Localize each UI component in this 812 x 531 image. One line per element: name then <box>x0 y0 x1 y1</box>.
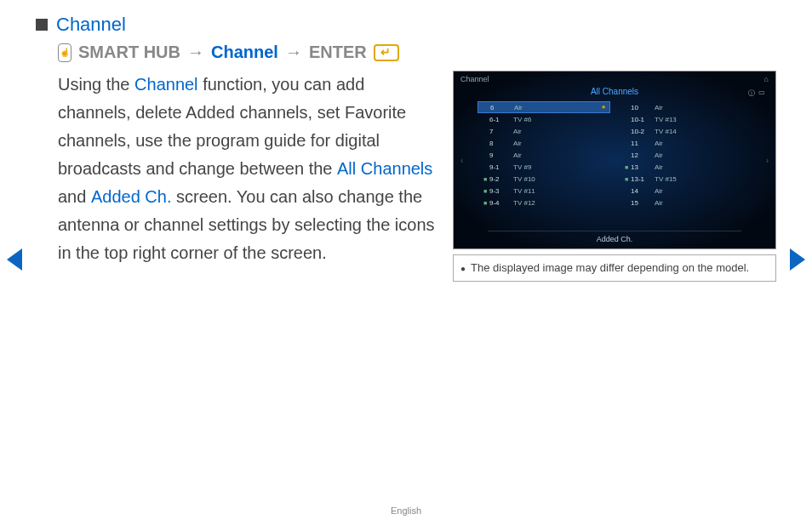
channel-mark-icon: ■ <box>481 188 489 194</box>
channel-number: 10 <box>631 104 655 111</box>
section-bullet-icon <box>36 19 48 31</box>
breadcrumb-channel: Channel <box>211 43 278 62</box>
svg-marker-1 <box>790 248 805 271</box>
section-heading: Channel <box>56 14 126 36</box>
channel-number: 9-4 <box>489 199 513 207</box>
channel-number: 9 <box>489 151 513 159</box>
tv-tab-added-ch: Added Ch. <box>597 235 633 243</box>
channel-name: TV #6 <box>513 116 607 123</box>
channel-number: 6 <box>490 104 514 111</box>
footer-language: English <box>0 505 812 516</box>
link-added-ch: Added Ch. <box>91 187 172 206</box>
channel-row: 11Air <box>619 137 752 149</box>
channel-number: 9-3 <box>489 187 513 195</box>
enter-icon <box>374 44 399 61</box>
link-all-channels: All Channels <box>337 159 432 178</box>
channel-number: 8 <box>489 140 513 147</box>
channel-row: 6Air★ <box>477 101 610 113</box>
channel-name: TV #13 <box>655 116 748 123</box>
channel-row: 9-1TV #9 <box>477 161 610 173</box>
arrow-right-icon: → <box>285 43 302 62</box>
channel-mark-icon: ■ <box>622 164 631 170</box>
channel-mark-icon: ■ <box>481 176 489 182</box>
channel-mark-icon: ■ <box>622 176 631 182</box>
channel-name: Air <box>655 140 748 147</box>
channel-row: 15Air <box>619 197 752 208</box>
channel-row: 8Air <box>477 137 610 149</box>
antenna-icon: ▭ <box>758 88 765 98</box>
channel-mark-icon: ■ <box>481 200 489 206</box>
channel-name: Air <box>513 128 607 135</box>
channel-name: TV #11 <box>513 187 607 195</box>
channel-name: Air <box>514 104 599 111</box>
channel-name: TV #12 <box>513 199 607 207</box>
channel-name: TV #9 <box>513 163 607 171</box>
channel-name: TV #10 <box>513 175 607 183</box>
channel-row: 10-2TV #14 <box>619 125 752 137</box>
channel-number: 6-1 <box>489 116 513 123</box>
tv-window-title: Channel <box>460 75 489 83</box>
channel-number: 10-1 <box>631 116 655 123</box>
channel-number: 14 <box>631 187 655 195</box>
smart-hub-icon <box>58 43 71 62</box>
channel-name: Air <box>655 104 748 111</box>
channel-row: ■9-2TV #10 <box>477 173 610 185</box>
channel-column-a: 6Air★6-1TV #67Air8Air9Air9-1TV #9■9-2TV … <box>477 101 610 208</box>
breadcrumb-smart-hub: SMART HUB <box>78 43 180 62</box>
channel-row: 7Air <box>477 125 610 137</box>
body-text: Using the <box>58 75 134 94</box>
channel-row: 6-1TV #6 <box>477 113 610 125</box>
star-icon: ★ <box>601 104 606 111</box>
channel-number: 13 <box>631 163 655 171</box>
channel-row: 14Air <box>619 185 752 197</box>
channel-name: TV #14 <box>655 128 748 135</box>
tv-tab-all-channels: All Channels <box>454 71 775 96</box>
note-box: ● The displayed image may differ dependi… <box>453 254 776 282</box>
channel-name: Air <box>655 163 748 171</box>
breadcrumb-enter: ENTER <box>309 43 367 62</box>
channel-row: ■13-1TV #15 <box>619 173 752 185</box>
tv-screenshot: Channel ⌂ All Channels ⓘ ▭ ‹ › 6Air★6-1T… <box>453 71 776 249</box>
channel-number: 11 <box>631 140 655 147</box>
channel-row: ■13Air <box>619 161 752 173</box>
link-channel: Channel <box>134 75 198 94</box>
channel-number: 9-1 <box>489 163 513 171</box>
channel-row: 9Air <box>477 149 610 161</box>
channel-number: 7 <box>489 128 513 135</box>
prev-page-button[interactable] <box>5 247 24 272</box>
channel-number: 13-1 <box>631 175 655 183</box>
channel-number: 10-2 <box>631 128 655 135</box>
channel-name: Air <box>655 187 748 195</box>
channel-name: Air <box>513 151 607 159</box>
channel-name: Air <box>655 151 748 159</box>
channel-row: 10Air <box>619 101 752 113</box>
channel-column-b: 10Air10-1TV #1310-2TV #1411Air12Air■13Ai… <box>619 101 752 208</box>
channel-row: 12Air <box>619 149 752 161</box>
svg-marker-0 <box>7 248 22 271</box>
channel-name: Air <box>655 199 748 207</box>
tv-top-right-icons: ⓘ ▭ <box>748 88 765 98</box>
channel-row: ■9-3TV #11 <box>477 185 610 197</box>
channel-row: ■9-4TV #12 <box>477 197 610 208</box>
channel-row: 10-1TV #13 <box>619 113 752 125</box>
body-paragraph: Using the Channel function, you can add … <box>58 71 436 282</box>
note-text: The displayed image may differ depending… <box>471 260 749 276</box>
breadcrumb: SMART HUB → Channel → ENTER <box>58 43 776 62</box>
channel-number: 15 <box>631 199 655 207</box>
caret-right-icon: › <box>766 156 769 165</box>
home-icon: ⌂ <box>764 75 769 83</box>
arrow-right-icon: → <box>187 43 204 62</box>
body-text: and <box>58 187 91 206</box>
channel-number: 12 <box>631 151 655 159</box>
channel-number: 9-2 <box>489 175 513 183</box>
channel-name: TV #15 <box>655 175 748 183</box>
caret-left-icon: ‹ <box>460 156 463 165</box>
info-icon: ⓘ <box>748 88 755 98</box>
channel-name: Air <box>513 140 607 147</box>
next-page-button[interactable] <box>788 247 807 272</box>
bullet-icon: ● <box>460 260 466 276</box>
